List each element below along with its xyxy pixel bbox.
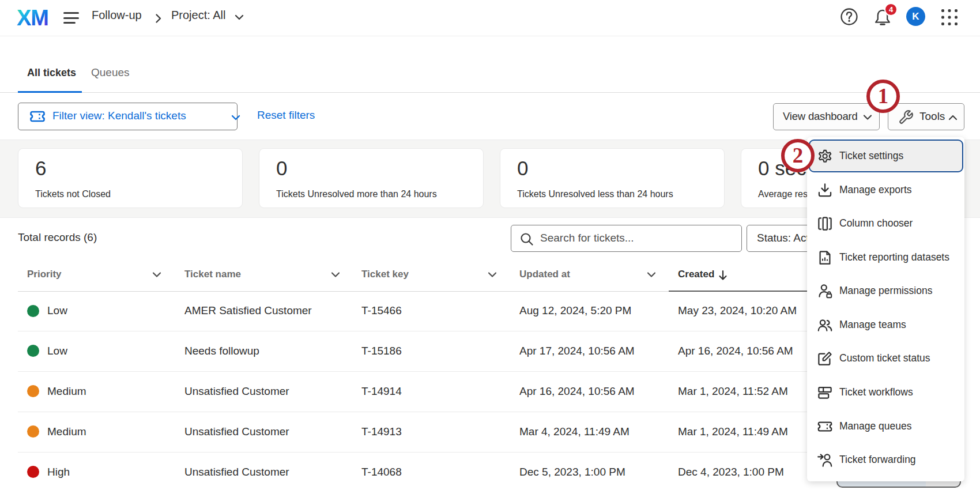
svg-text:XM: XM — [17, 6, 48, 28]
